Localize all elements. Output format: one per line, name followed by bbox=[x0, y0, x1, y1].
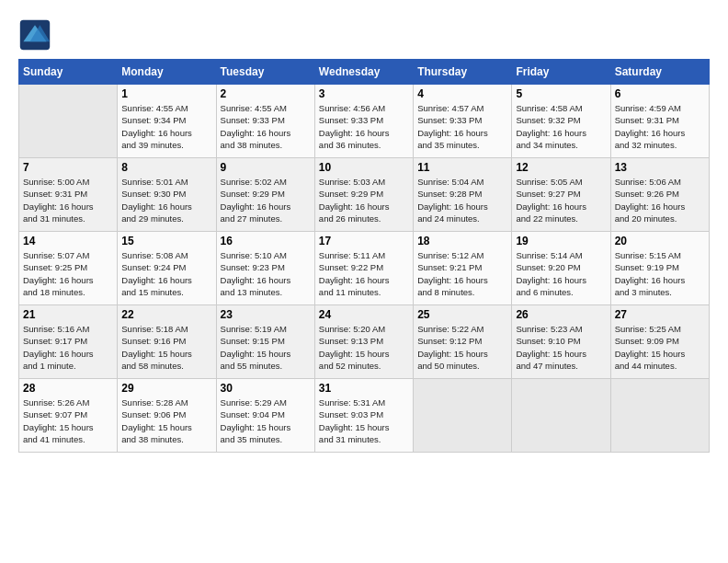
calendar-cell: 10Sunrise: 5:03 AM Sunset: 9:29 PM Dayli… bbox=[314, 158, 413, 232]
day-number: 23 bbox=[221, 308, 311, 321]
calendar-cell: 28Sunrise: 5:26 AM Sunset: 9:07 PM Dayli… bbox=[19, 379, 118, 453]
calendar-cell: 9Sunrise: 5:02 AM Sunset: 9:29 PM Daylig… bbox=[216, 158, 314, 232]
day-number: 26 bbox=[516, 308, 606, 321]
day-number: 27 bbox=[615, 308, 705, 321]
day-number: 6 bbox=[615, 87, 705, 100]
day-info: Sunrise: 5:23 AM Sunset: 9:10 PM Dayligh… bbox=[516, 323, 606, 372]
logo-icon bbox=[18, 18, 51, 52]
calendar-cell: 8Sunrise: 5:01 AM Sunset: 9:30 PM Daylig… bbox=[118, 158, 216, 232]
day-number: 10 bbox=[319, 161, 409, 174]
day-info: Sunrise: 4:55 AM Sunset: 9:34 PM Dayligh… bbox=[121, 102, 211, 151]
calendar-cell: 18Sunrise: 5:12 AM Sunset: 9:21 PM Dayli… bbox=[414, 232, 512, 305]
day-info: Sunrise: 5:28 AM Sunset: 9:06 PM Dayligh… bbox=[121, 396, 211, 445]
day-number: 14 bbox=[23, 235, 113, 247]
header-day-friday: Friday bbox=[512, 60, 610, 85]
calendar-cell: 23Sunrise: 5:19 AM Sunset: 9:15 PM Dayli… bbox=[216, 305, 314, 379]
calendar-cell: 16Sunrise: 5:10 AM Sunset: 9:23 PM Dayli… bbox=[216, 232, 314, 305]
day-info: Sunrise: 5:03 AM Sunset: 9:29 PM Dayligh… bbox=[319, 176, 409, 224]
day-number: 15 bbox=[121, 235, 211, 247]
day-info: Sunrise: 5:10 AM Sunset: 9:23 PM Dayligh… bbox=[221, 249, 311, 298]
day-info: Sunrise: 5:26 AM Sunset: 9:07 PM Dayligh… bbox=[23, 396, 113, 445]
calendar-cell: 17Sunrise: 5:11 AM Sunset: 9:22 PM Dayli… bbox=[314, 232, 413, 305]
day-number: 16 bbox=[221, 235, 311, 247]
day-info: Sunrise: 5:05 AM Sunset: 9:27 PM Dayligh… bbox=[516, 176, 606, 224]
day-number: 24 bbox=[319, 308, 409, 321]
calendar-cell: 24Sunrise: 5:20 AM Sunset: 9:13 PM Dayli… bbox=[314, 305, 413, 379]
day-info: Sunrise: 5:19 AM Sunset: 9:15 PM Dayligh… bbox=[221, 323, 311, 372]
day-number: 29 bbox=[121, 382, 211, 395]
calendar-cell: 2Sunrise: 4:55 AM Sunset: 9:33 PM Daylig… bbox=[216, 85, 314, 158]
header-day-monday: Monday bbox=[118, 60, 216, 85]
header bbox=[18, 18, 710, 52]
day-number: 7 bbox=[23, 161, 113, 174]
day-info: Sunrise: 5:06 AM Sunset: 9:26 PM Dayligh… bbox=[615, 176, 705, 224]
calendar-cell: 13Sunrise: 5:06 AM Sunset: 9:26 PM Dayli… bbox=[610, 158, 709, 232]
day-number: 20 bbox=[615, 235, 705, 247]
day-info: Sunrise: 5:08 AM Sunset: 9:24 PM Dayligh… bbox=[121, 249, 211, 298]
day-number: 17 bbox=[319, 235, 409, 247]
day-info: Sunrise: 5:02 AM Sunset: 9:29 PM Dayligh… bbox=[221, 176, 311, 224]
day-info: Sunrise: 5:12 AM Sunset: 9:21 PM Dayligh… bbox=[417, 249, 507, 298]
calendar-cell bbox=[512, 379, 610, 453]
day-info: Sunrise: 5:25 AM Sunset: 9:09 PM Dayligh… bbox=[615, 323, 705, 372]
calendar-header-row: SundayMondayTuesdayWednesdayThursdayFrid… bbox=[19, 60, 710, 85]
day-number: 30 bbox=[221, 382, 311, 395]
calendar-cell: 19Sunrise: 5:14 AM Sunset: 9:20 PM Dayli… bbox=[512, 232, 610, 305]
day-number: 1 bbox=[121, 87, 211, 100]
calendar-cell: 29Sunrise: 5:28 AM Sunset: 9:06 PM Dayli… bbox=[118, 379, 216, 453]
day-number: 31 bbox=[319, 382, 409, 395]
calendar-cell: 21Sunrise: 5:16 AM Sunset: 9:17 PM Dayli… bbox=[19, 305, 118, 379]
day-info: Sunrise: 4:56 AM Sunset: 9:33 PM Dayligh… bbox=[319, 102, 409, 151]
day-info: Sunrise: 5:31 AM Sunset: 9:03 PM Dayligh… bbox=[319, 396, 409, 445]
header-day-thursday: Thursday bbox=[414, 60, 512, 85]
calendar-cell: 15Sunrise: 5:08 AM Sunset: 9:24 PM Dayli… bbox=[118, 232, 216, 305]
day-info: Sunrise: 5:07 AM Sunset: 9:25 PM Dayligh… bbox=[23, 249, 113, 298]
day-number: 13 bbox=[615, 161, 705, 174]
calendar-cell: 6Sunrise: 4:59 AM Sunset: 9:31 PM Daylig… bbox=[610, 85, 709, 158]
day-info: Sunrise: 4:58 AM Sunset: 9:32 PM Dayligh… bbox=[516, 102, 606, 151]
day-info: Sunrise: 5:01 AM Sunset: 9:30 PM Dayligh… bbox=[121, 176, 211, 224]
header-day-sunday: Sunday bbox=[19, 60, 118, 85]
day-number: 2 bbox=[221, 87, 311, 100]
calendar-week-5: 28Sunrise: 5:26 AM Sunset: 9:07 PM Dayli… bbox=[19, 379, 710, 453]
day-number: 25 bbox=[417, 308, 507, 321]
day-number: 5 bbox=[516, 87, 606, 100]
calendar-cell: 14Sunrise: 5:07 AM Sunset: 9:25 PM Dayli… bbox=[19, 232, 118, 305]
calendar-cell: 11Sunrise: 5:04 AM Sunset: 9:28 PM Dayli… bbox=[414, 158, 512, 232]
calendar-cell: 5Sunrise: 4:58 AM Sunset: 9:32 PM Daylig… bbox=[512, 85, 610, 158]
day-info: Sunrise: 5:11 AM Sunset: 9:22 PM Dayligh… bbox=[319, 249, 409, 298]
calendar-cell: 20Sunrise: 5:15 AM Sunset: 9:19 PM Dayli… bbox=[610, 232, 709, 305]
day-number: 12 bbox=[516, 161, 606, 174]
day-info: Sunrise: 4:59 AM Sunset: 9:31 PM Dayligh… bbox=[615, 102, 705, 151]
calendar-cell: 22Sunrise: 5:18 AM Sunset: 9:16 PM Dayli… bbox=[118, 305, 216, 379]
day-info: Sunrise: 4:55 AM Sunset: 9:33 PM Dayligh… bbox=[221, 102, 311, 151]
day-number: 9 bbox=[221, 161, 311, 174]
calendar-cell: 27Sunrise: 5:25 AM Sunset: 9:09 PM Dayli… bbox=[610, 305, 709, 379]
day-number: 11 bbox=[417, 161, 507, 174]
day-number: 18 bbox=[417, 235, 507, 247]
calendar-cell: 7Sunrise: 5:00 AM Sunset: 9:31 PM Daylig… bbox=[19, 158, 118, 232]
calendar-cell bbox=[414, 379, 512, 453]
header-day-wednesday: Wednesday bbox=[314, 60, 413, 85]
calendar-week-3: 14Sunrise: 5:07 AM Sunset: 9:25 PM Dayli… bbox=[19, 232, 710, 305]
calendar-cell: 4Sunrise: 4:57 AM Sunset: 9:33 PM Daylig… bbox=[414, 85, 512, 158]
day-info: Sunrise: 5:29 AM Sunset: 9:04 PM Dayligh… bbox=[221, 396, 311, 445]
calendar-week-4: 21Sunrise: 5:16 AM Sunset: 9:17 PM Dayli… bbox=[19, 305, 710, 379]
calendar-cell bbox=[610, 379, 709, 453]
day-info: Sunrise: 5:20 AM Sunset: 9:13 PM Dayligh… bbox=[319, 323, 409, 372]
calendar-cell: 1Sunrise: 4:55 AM Sunset: 9:34 PM Daylig… bbox=[118, 85, 216, 158]
calendar-cell bbox=[19, 85, 118, 158]
day-number: 19 bbox=[516, 235, 606, 247]
day-info: Sunrise: 5:16 AM Sunset: 9:17 PM Dayligh… bbox=[23, 323, 113, 372]
day-info: Sunrise: 4:57 AM Sunset: 9:33 PM Dayligh… bbox=[417, 102, 507, 151]
calendar-table: SundayMondayTuesdayWednesdayThursdayFrid… bbox=[18, 59, 710, 453]
header-day-tuesday: Tuesday bbox=[216, 60, 314, 85]
calendar-cell: 12Sunrise: 5:05 AM Sunset: 9:27 PM Dayli… bbox=[512, 158, 610, 232]
calendar-cell: 3Sunrise: 4:56 AM Sunset: 9:33 PM Daylig… bbox=[314, 85, 413, 158]
calendar-cell: 30Sunrise: 5:29 AM Sunset: 9:04 PM Dayli… bbox=[216, 379, 314, 453]
day-number: 22 bbox=[121, 308, 211, 321]
calendar-week-1: 1Sunrise: 4:55 AM Sunset: 9:34 PM Daylig… bbox=[19, 85, 710, 158]
day-info: Sunrise: 5:14 AM Sunset: 9:20 PM Dayligh… bbox=[516, 249, 606, 298]
day-info: Sunrise: 5:04 AM Sunset: 9:28 PM Dayligh… bbox=[417, 176, 507, 224]
day-info: Sunrise: 5:18 AM Sunset: 9:16 PM Dayligh… bbox=[121, 323, 211, 372]
